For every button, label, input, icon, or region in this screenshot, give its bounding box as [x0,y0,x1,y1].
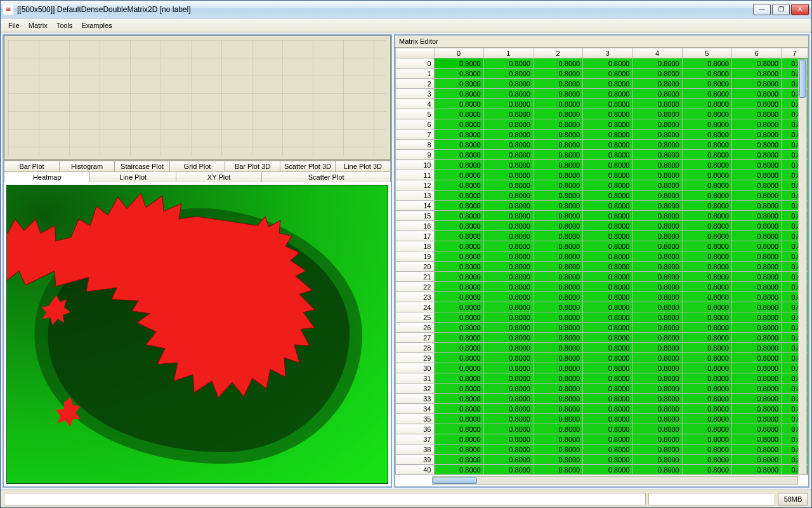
matrix-cell[interactable]: 0.8000 [483,58,533,69]
matrix-cell[interactable]: 0.8000 [682,130,731,140]
matrix-cell[interactable]: 0.8000 [632,150,682,160]
matrix-cell[interactable]: 0.8000 [583,241,632,251]
row-header[interactable]: 7 [396,130,435,140]
tab-line-plot[interactable]: Line Plot [90,171,176,182]
matrix-cell[interactable]: 0.8000 [682,414,731,424]
row-header[interactable]: 37 [396,434,435,444]
matrix-cell[interactable]: 0.8000 [483,353,533,363]
matrix-cell[interactable]: 0.8000 [483,465,533,475]
row-header[interactable]: 20 [396,262,435,272]
matrix-cell[interactable]: 0.8000 [732,363,782,373]
matrix-cell[interactable]: 0.8000 [682,251,731,262]
matrix-cell[interactable]: 0.8000 [483,444,533,455]
matrix-cell[interactable]: 0.8000 [732,89,782,99]
tab-bar-plot[interactable]: Bar Plot [4,161,60,171]
tab-scatter-plot-3d[interactable]: Scatter Plot 3D [280,161,336,171]
matrix-cell[interactable]: 0.8000 [682,241,731,251]
matrix-cell[interactable]: 0.8000 [583,373,632,384]
matrix-cell[interactable]: 0.8000 [632,424,682,434]
matrix-cell[interactable]: 0.8000 [483,373,533,384]
matrix-cell[interactable]: 0.8000 [632,221,682,231]
menu-file[interactable]: File [4,20,23,30]
matrix-cell[interactable]: 0.8000 [534,140,583,150]
matrix-cell[interactable]: 0.8000 [632,384,682,394]
row-header[interactable]: 13 [396,190,435,201]
matrix-cell[interactable]: 0.8000 [534,424,583,434]
matrix-cell[interactable]: 0.8000 [682,79,731,89]
matrix-cell[interactable]: 0.8000 [583,160,632,170]
matrix-cell[interactable]: 0.8000 [534,434,583,444]
matrix-cell[interactable]: 0.8000 [434,455,483,465]
row-header[interactable]: 34 [396,404,435,414]
matrix-cell[interactable]: 0.8000 [682,140,731,150]
matrix-cell[interactable]: 0.8000 [534,150,583,160]
memory-button[interactable]: 58MB [778,493,808,505]
row-header[interactable]: 8 [396,140,435,150]
matrix-cell[interactable]: 0.8000 [534,99,583,109]
matrix-cell[interactable]: 0.8000 [632,465,682,475]
matrix-cell[interactable]: 0.8000 [534,211,583,221]
matrix-cell[interactable]: 0.8000 [583,292,632,302]
matrix-cell[interactable]: 0.8000 [583,150,632,160]
matrix-cell[interactable]: 0.8000 [434,333,483,343]
matrix-cell[interactable]: 0.8000 [583,394,632,404]
matrix-cell[interactable]: 0.8000 [682,231,731,241]
matrix-cell[interactable]: 0.8000 [732,434,782,444]
matrix-cell[interactable]: 0.8000 [682,444,731,455]
matrix-cell[interactable]: 0.8000 [732,221,782,231]
matrix-cell[interactable]: 0.8000 [434,292,483,302]
row-header[interactable]: 40 [396,465,435,475]
row-header[interactable]: 6 [396,119,435,130]
matrix-cell[interactable]: 0.8000 [534,394,583,404]
matrix-cell[interactable]: 0.8000 [483,190,533,201]
matrix-cell[interactable]: 0.8000 [434,69,483,79]
matrix-cell[interactable]: 0.8000 [434,99,483,109]
matrix-cell[interactable]: 0.8000 [434,150,483,160]
matrix-cell[interactable]: 0.8000 [732,150,782,160]
matrix-cell[interactable]: 0.8000 [483,231,533,241]
row-header[interactable]: 9 [396,150,435,160]
matrix-cell[interactable]: 0.8000 [483,343,533,353]
matrix-cell[interactable]: 0.8000 [732,140,782,150]
matrix-cell[interactable]: 0.8000 [583,434,632,444]
row-header[interactable]: 22 [396,282,435,292]
matrix-cell[interactable]: 0.8000 [632,302,682,312]
matrix-cell[interactable]: 0.8000 [534,363,583,373]
matrix-cell[interactable]: 0.8000 [534,160,583,170]
matrix-cell[interactable]: 0.8000 [732,241,782,251]
matrix-cell[interactable]: 0.8000 [434,373,483,384]
matrix-cell[interactable]: 0.8000 [534,109,583,119]
matrix-cell[interactable]: 0.8000 [483,130,533,140]
matrix-cell[interactable]: 0.8000 [534,170,583,180]
matrix-cell[interactable]: 0.8000 [682,455,731,465]
matrix-cell[interactable]: 0.8000 [632,323,682,333]
matrix-cell[interactable]: 0.8000 [534,180,583,190]
matrix-cell[interactable]: 0.8000 [682,384,731,394]
matrix-cell[interactable]: 0.8000 [732,404,782,414]
matrix-cell[interactable]: 0.8000 [632,312,682,323]
matrix-cell[interactable]: 0.8000 [483,333,533,343]
matrix-cell[interactable]: 0.8000 [632,140,682,150]
matrix-cell[interactable]: 0.8000 [434,465,483,475]
matrix-cell[interactable]: 0.8000 [534,323,583,333]
matrix-cell[interactable]: 0.8000 [434,414,483,424]
matrix-cell[interactable]: 0.8000 [483,282,533,292]
matrix-cell[interactable]: 0.8000 [682,363,731,373]
tab-staircase-plot[interactable]: Staircase Plot [115,161,170,171]
matrix-cell[interactable]: 0.8000 [434,190,483,201]
row-header[interactable]: 1 [396,69,435,79]
matrix-cell[interactable]: 0.8000 [732,455,782,465]
matrix-cell[interactable]: 0.8000 [534,292,583,302]
matrix-cell[interactable]: 0.8000 [583,211,632,221]
matrix-cell[interactable]: 0.8000 [732,231,782,241]
matrix-cell[interactable]: 0.8000 [434,211,483,221]
col-header[interactable]: 1 [483,48,533,58]
matrix-cell[interactable]: 0.8000 [732,424,782,434]
matrix-cell[interactable]: 0.8000 [434,363,483,373]
matrix-cell[interactable]: 0.8000 [583,140,632,150]
matrix-cell[interactable]: 0.8000 [534,343,583,353]
row-header[interactable]: 30 [396,363,435,373]
matrix-cell[interactable]: 0.8000 [732,190,782,201]
matrix-cell[interactable]: 0.8000 [632,58,682,69]
matrix-cell[interactable]: 0.8000 [732,312,782,323]
